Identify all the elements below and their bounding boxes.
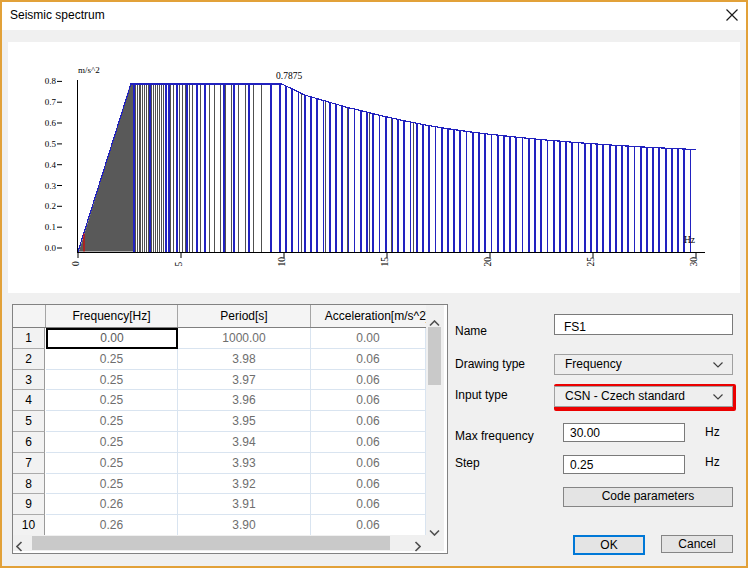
svg-text:10: 10 <box>277 257 287 267</box>
svg-text:0.2: 0.2 <box>45 201 56 211</box>
svg-text:0.1: 0.1 <box>45 222 56 232</box>
svg-text:0.6: 0.6 <box>45 118 57 128</box>
svg-text:0.3: 0.3 <box>45 181 57 191</box>
svg-text:0: 0 <box>71 261 81 266</box>
svg-text:15: 15 <box>380 257 390 267</box>
svg-text:Hz: Hz <box>684 235 695 245</box>
svg-text:0.7: 0.7 <box>45 97 57 107</box>
svg-text:m/s^2: m/s^2 <box>78 65 100 75</box>
svg-text:20: 20 <box>483 257 493 267</box>
svg-text:30: 30 <box>689 257 699 267</box>
svg-text:0.7875: 0.7875 <box>276 71 302 81</box>
svg-text:0.4: 0.4 <box>45 160 57 170</box>
svg-text:25: 25 <box>586 257 596 267</box>
svg-text:0.5: 0.5 <box>45 139 57 149</box>
svg-text:5: 5 <box>174 262 184 267</box>
svg-text:0.0: 0.0 <box>45 243 57 253</box>
svg-text:0.8: 0.8 <box>45 76 57 86</box>
